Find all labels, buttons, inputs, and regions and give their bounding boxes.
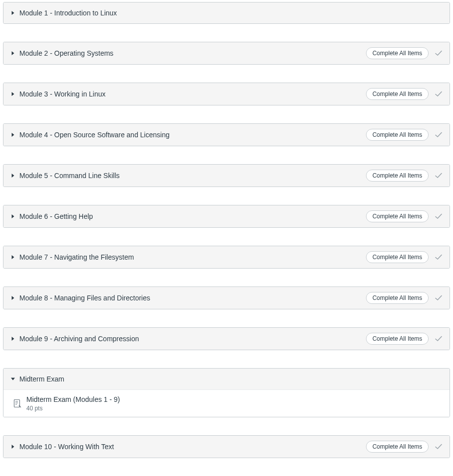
module-title: Module 9 - Archiving and Compression	[19, 335, 366, 343]
module-actions: Complete All Items	[366, 88, 443, 100]
module-actions: Complete All Items	[366, 170, 443, 182]
module-body: Midterm Exam (Modules 1 - 9)40 pts	[3, 389, 450, 417]
module-title: Module 5 - Command Line Skills	[19, 172, 366, 180]
module-title: Module 10 - Working With Text	[19, 443, 366, 451]
module: Module 8 - Managing Files and Directorie…	[3, 286, 450, 309]
complete-all-items-button[interactable]: Complete All Items	[366, 170, 429, 182]
item-title[interactable]: Midterm Exam (Modules 1 - 9)	[26, 395, 443, 404]
module-header[interactable]: Module 2 - Operating SystemsComplete All…	[3, 42, 450, 64]
check-icon	[435, 49, 443, 57]
chevron-right-icon	[10, 133, 15, 137]
module-header[interactable]: Module 10 - Working With TextComplete Al…	[3, 436, 450, 458]
chevron-right-icon	[10, 296, 15, 300]
module-actions: Complete All Items	[366, 210, 443, 222]
complete-all-items-button[interactable]: Complete All Items	[366, 129, 429, 141]
chevron-down-icon	[10, 378, 15, 381]
module-header[interactable]: Module 9 - Archiving and CompressionComp…	[3, 328, 450, 350]
module: Module 2 - Operating SystemsComplete All…	[3, 42, 450, 65]
complete-all-items-button[interactable]: Complete All Items	[366, 333, 429, 345]
module-header[interactable]: Module 3 - Working in LinuxComplete All …	[3, 83, 450, 105]
complete-all-items-button[interactable]: Complete All Items	[366, 88, 429, 100]
module-title: Midterm Exam	[19, 375, 443, 383]
module-actions: Complete All Items	[366, 333, 443, 345]
module-header[interactable]: Midterm Exam	[3, 369, 450, 389]
chevron-right-icon	[10, 11, 15, 15]
chevron-right-icon	[10, 445, 15, 449]
check-icon	[435, 172, 443, 180]
module: Module 4 - Open Source Software and Lice…	[3, 123, 450, 146]
check-icon	[435, 335, 443, 343]
chevron-right-icon	[10, 174, 15, 178]
module-title: Module 6 - Getting Help	[19, 212, 366, 220]
module-header[interactable]: Module 1 - Introduction to Linux	[3, 2, 450, 23]
module-title: Module 7 - Navigating the Filesystem	[19, 253, 366, 261]
complete-all-items-button[interactable]: Complete All Items	[366, 441, 429, 453]
item-points: 40 pts	[26, 405, 443, 412]
module-item[interactable]: Midterm Exam (Modules 1 - 9)40 pts	[3, 389, 450, 417]
module-header[interactable]: Module 4 - Open Source Software and Lice…	[3, 124, 450, 146]
module: Module 7 - Navigating the FilesystemComp…	[3, 246, 450, 269]
module: Module 9 - Archiving and CompressionComp…	[3, 327, 450, 350]
module: Module 5 - Command Line SkillsComplete A…	[3, 164, 450, 187]
complete-all-items-button[interactable]: Complete All Items	[366, 251, 429, 263]
chevron-right-icon	[10, 255, 15, 259]
module-header[interactable]: Module 5 - Command Line SkillsComplete A…	[3, 165, 450, 187]
chevron-right-icon	[10, 337, 15, 341]
chevron-right-icon	[10, 51, 15, 55]
complete-all-items-button[interactable]: Complete All Items	[366, 292, 429, 304]
module-title: Module 4 - Open Source Software and Lice…	[19, 131, 366, 139]
module: Module 6 - Getting HelpComplete All Item…	[3, 205, 450, 228]
complete-all-items-button[interactable]: Complete All Items	[366, 210, 429, 222]
check-icon	[435, 90, 443, 98]
module-actions: Complete All Items	[366, 292, 443, 304]
module-title: Module 2 - Operating Systems	[19, 49, 366, 57]
check-icon	[435, 212, 443, 220]
check-icon	[435, 131, 443, 139]
module-header[interactable]: Module 6 - Getting HelpComplete All Item…	[3, 205, 450, 227]
module-header[interactable]: Module 8 - Managing Files and Directorie…	[3, 287, 450, 309]
module: Module 1 - Introduction to Linux	[3, 2, 450, 24]
module: Midterm ExamMidterm Exam (Modules 1 - 9)…	[3, 368, 450, 417]
module-actions: Complete All Items	[366, 129, 443, 141]
chevron-right-icon	[10, 214, 15, 218]
module: Module 3 - Working in LinuxComplete All …	[3, 83, 450, 105]
check-icon	[435, 253, 443, 261]
check-icon	[435, 294, 443, 302]
module-title: Module 3 - Working in Linux	[19, 90, 366, 98]
module-actions: Complete All Items	[366, 441, 443, 453]
quiz-icon	[10, 399, 24, 408]
module-title: Module 1 - Introduction to Linux	[19, 9, 443, 17]
complete-all-items-button[interactable]: Complete All Items	[366, 47, 429, 59]
module-actions: Complete All Items	[366, 47, 443, 59]
module-header[interactable]: Module 7 - Navigating the FilesystemComp…	[3, 246, 450, 268]
check-icon	[435, 443, 443, 451]
svg-rect-0	[14, 400, 20, 407]
module: Module 10 - Working With TextComplete Al…	[3, 435, 450, 458]
module-title: Module 8 - Managing Files and Directorie…	[19, 294, 366, 302]
item-text: Midterm Exam (Modules 1 - 9)40 pts	[24, 395, 443, 412]
chevron-right-icon	[10, 92, 15, 96]
module-actions: Complete All Items	[366, 251, 443, 263]
